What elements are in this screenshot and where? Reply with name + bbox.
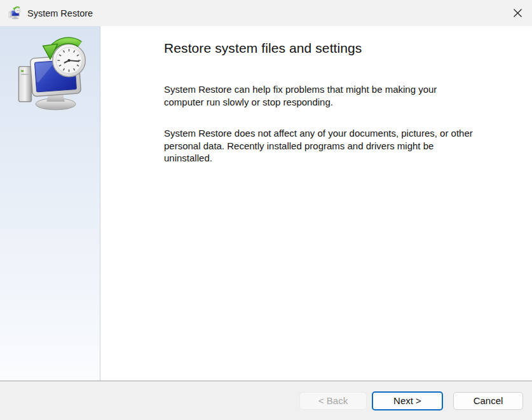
cancel-button[interactable]: Cancel xyxy=(453,392,523,410)
system-restore-illustration-icon xyxy=(11,36,89,114)
footer-button-bar: < Back Next > Cancel xyxy=(0,381,532,420)
titlebar: System Restore xyxy=(0,0,532,26)
page-title: Restore system files and settings xyxy=(164,41,507,56)
content-area: Restore system files and settings System… xyxy=(100,26,532,381)
window-title: System Restore xyxy=(27,8,93,18)
sidebar xyxy=(0,26,100,381)
description-paragraph-1: System Restore can help fix problems tha… xyxy=(164,83,507,108)
system-restore-icon xyxy=(8,6,21,20)
description-paragraph-2: System Restore does not affect any of yo… xyxy=(164,127,507,165)
system-restore-window: System Restore Restore system files and … xyxy=(0,0,532,420)
close-icon xyxy=(513,8,522,18)
next-button[interactable]: Next > xyxy=(372,391,443,410)
close-button[interactable] xyxy=(503,0,532,26)
wizard-body: Restore system files and settings System… xyxy=(0,26,532,381)
back-button[interactable]: < Back xyxy=(299,392,367,410)
